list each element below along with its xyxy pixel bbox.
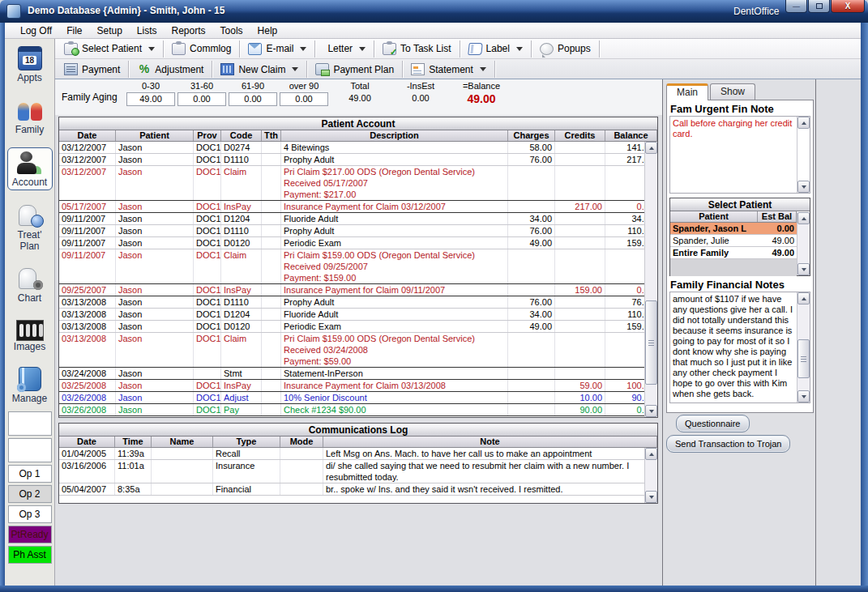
commlog-row[interactable]: 05/04/20078:35aFinancialbr.. spoke w/ In… <box>59 483 657 496</box>
maximize-button[interactable] <box>808 0 830 13</box>
op-box-ph-asst[interactable]: Ph Asst <box>8 546 52 564</box>
account-row[interactable]: 09/11/2007JasonDOC1ClaimPri Claim $159.0… <box>59 249 657 284</box>
account-row[interactable]: 03/26/2008JasonDOC1Adjust10% Senior Disc… <box>59 392 657 404</box>
select-patient-row[interactable]: Spander, Julie49.00 <box>670 235 797 247</box>
column-header-mode[interactable]: Mode <box>280 437 323 447</box>
op-box-op-1[interactable]: Op 1 <box>8 465 52 483</box>
commlog-row[interactable]: 01/04/200511:39aRecallLeft Msg on Ans. M… <box>59 448 657 460</box>
account-row[interactable]: 03/13/2008JasonDOC1D1204Fluoride Adult34… <box>59 309 657 321</box>
column-header-note[interactable]: Note <box>323 437 657 447</box>
dropdown-arrow-icon[interactable] <box>480 67 486 71</box>
column-header-balance[interactable]: Balance <box>605 130 657 141</box>
account-row[interactable]: 09/11/2007JasonDOC1D1204Fluoride Adult34… <box>59 213 657 225</box>
account-scrollbar[interactable] <box>644 142 657 417</box>
sidebar-item-account[interactable]: Account <box>7 147 53 190</box>
scroll-up-arrow[interactable] <box>797 117 810 129</box>
toolbar-button-letter[interactable]: Letter <box>318 40 371 57</box>
scroll-down-arrow[interactable] <box>645 405 657 417</box>
column-header-prov[interactable]: Prov <box>194 130 221 141</box>
scroll-up-arrow[interactable] <box>797 212 810 224</box>
account-row[interactable]: 03/12/2007JasonDOC1ClaimPri Claim $217.0… <box>59 166 657 201</box>
column-header-charges[interactable]: Charges <box>508 130 555 141</box>
title-bar[interactable]: Demo Database {Admin} - Smith, John - 15… <box>0 0 868 23</box>
panel-splitter[interactable] <box>662 79 663 586</box>
toolbar-button-payment-plan[interactable]: Payment Plan <box>310 61 400 78</box>
urgent-fin-note-box[interactable]: Call before charging her credit card. <box>669 116 810 194</box>
commlog-scrollbar[interactable] <box>644 448 657 503</box>
menu-tools[interactable]: Tools <box>213 23 250 38</box>
sidebar-item-appts[interactable]: 18Appts <box>7 44 53 85</box>
menu-file[interactable]: File <box>59 23 89 38</box>
sidebar-item-images[interactable]: Images <box>7 316 53 354</box>
tab-show[interactable]: Show <box>710 83 755 100</box>
account-row[interactable]: 03/12/2007JasonDOC1D02744 Bitewings58.00… <box>59 142 657 154</box>
dropdown-arrow-icon[interactable] <box>359 47 366 51</box>
dropdown-arrow-icon[interactable] <box>292 67 298 71</box>
op-box-op-3[interactable]: Op 3 <box>8 505 52 523</box>
toolbar-button-new-claim[interactable]: New Claim <box>215 61 304 78</box>
dropdown-arrow-icon[interactable] <box>148 47 155 51</box>
column-header-code[interactable]: Code <box>221 130 262 141</box>
account-row[interactable]: 05/17/2007JasonDOC1InsPayInsurance Payme… <box>59 201 657 213</box>
scroll-down-arrow[interactable] <box>645 491 657 503</box>
menu-lists[interactable]: Lists <box>130 23 165 38</box>
urgent-note-scrollbar[interactable] <box>797 117 810 193</box>
account-row[interactable]: 03/26/2008JasonDOC1PayCheck #1234 $90.00… <box>59 404 657 416</box>
account-row[interactable]: 03/13/2008JasonDOC1ClaimPri Claim $159.0… <box>59 333 657 368</box>
account-row[interactable]: 03/25/2008JasonDOC1InsPayInsurance Payme… <box>59 380 657 392</box>
select-patient-row[interactable]: Spander, Jason L0.00 <box>670 223 797 235</box>
toolbar-button-select-patient[interactable]: Select Patient <box>58 40 160 57</box>
toolbar-button-adjustment[interactable]: %Adjustment <box>131 61 209 78</box>
sidebar-item-chart[interactable]: Chart <box>7 264 53 305</box>
toolbar-button-statement[interactable]: Statement <box>405 61 492 78</box>
column-header-type[interactable]: Type <box>213 437 280 447</box>
column-header-description[interactable]: Description <box>281 130 508 141</box>
column-header-time[interactable]: Time <box>115 437 152 447</box>
account-row[interactable]: 03/13/2008JasonDOC1D1110Prophy Adult76.0… <box>59 296 657 309</box>
account-row[interactable]: 09/11/2007JasonDOC1D0120Periodic Exam49.… <box>59 237 657 249</box>
menu-reports[interactable]: Reports <box>165 23 213 38</box>
sidebar-item-manage[interactable]: Manage <box>7 364 53 406</box>
select-patient-row[interactable]: Entire Family49.00 <box>670 247 797 259</box>
column-header-credits[interactable]: Credits <box>555 130 605 141</box>
menu-setup[interactable]: Setup <box>89 23 129 38</box>
minimize-button[interactable]: — <box>785 0 807 13</box>
scroll-thumb[interactable] <box>797 339 810 378</box>
sidebar-item-treat-plan[interactable]: Treat' Plan <box>7 201 53 253</box>
commlog-row[interactable]: 03/16/200611:01aInsurancedi/ she called … <box>59 460 657 483</box>
select-patient-scrollbar[interactable] <box>797 212 810 275</box>
column-header-tth[interactable]: Tth <box>262 130 281 141</box>
button-send-transaction-to-trojan[interactable]: Send Transaction to Trojan <box>666 435 790 453</box>
scroll-down-arrow[interactable] <box>797 390 810 402</box>
account-row[interactable]: 09/11/2007JasonDOC1D1110Prophy Adult76.0… <box>59 225 657 237</box>
scroll-down-arrow[interactable] <box>797 263 810 275</box>
scroll-up-arrow[interactable] <box>645 142 657 154</box>
op-box[interactable] <box>8 438 52 462</box>
account-row[interactable]: 03/12/2007JasonDOC1D1110Prophy Adult76.0… <box>59 154 657 166</box>
toolbar-button-to-task-list[interactable]: To Task List <box>377 40 456 57</box>
column-header-est-bal[interactable]: Est Bal <box>758 211 797 222</box>
toolbar-button-payment[interactable]: Payment <box>58 61 126 78</box>
toolbar-button-popups[interactable]: Popups <box>534 40 596 57</box>
toolbar-button-commlog[interactable]: Commlog <box>166 40 237 57</box>
column-header-name[interactable]: Name <box>152 437 213 447</box>
toolbar-button-e-mail[interactable]: E-mail <box>242 40 312 57</box>
family-financial-notes-box[interactable]: amount of $1107 if we have any questions… <box>669 292 810 403</box>
op-box-op-2[interactable]: Op 2 <box>8 485 52 503</box>
column-header-patient[interactable]: Patient <box>670 211 758 222</box>
dropdown-arrow-icon[interactable] <box>300 47 306 51</box>
button-questionnaire[interactable]: Questionnaire <box>676 415 750 432</box>
column-header-date[interactable]: Date <box>59 437 115 447</box>
scroll-down-arrow[interactable] <box>797 181 810 193</box>
op-box-ptready[interactable]: PtReady <box>8 526 52 543</box>
op-box[interactable] <box>8 411 52 436</box>
toolbar-button-label[interactable]: Label <box>463 40 528 57</box>
menu-help[interactable]: Help <box>250 23 285 38</box>
fin-notes-scrollbar[interactable] <box>797 292 810 402</box>
account-row[interactable]: 03/24/2008JasonStmtStatement-InPerson <box>59 368 657 380</box>
scroll-up-arrow[interactable] <box>645 448 657 460</box>
account-row[interactable]: 09/25/2007JasonDOC1InsPayInsurance Payme… <box>59 284 657 296</box>
sidebar-item-family[interactable]: Family <box>7 96 53 137</box>
scroll-thumb[interactable] <box>645 300 657 385</box>
account-row[interactable]: 03/13/2008JasonDOC1D0120Periodic Exam49.… <box>59 321 657 333</box>
